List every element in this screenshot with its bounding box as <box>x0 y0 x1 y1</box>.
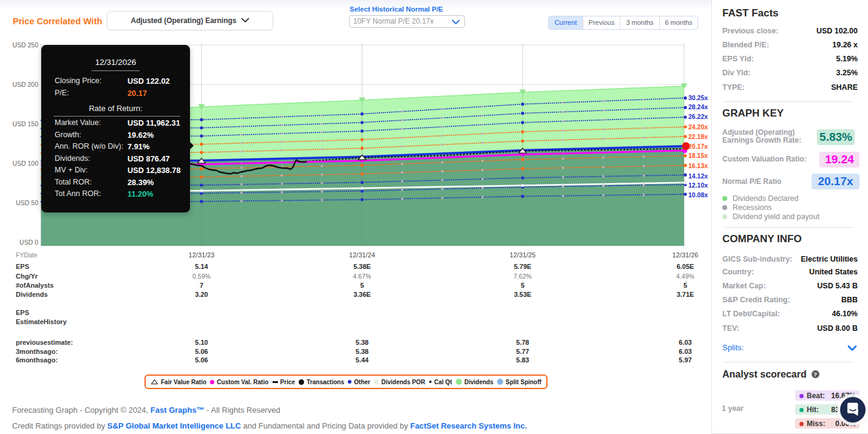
svg-text:USD 50: USD 50 <box>16 199 38 206</box>
svg-text:28.24x: 28.24x <box>688 103 708 110</box>
svg-text:USD 250: USD 250 <box>12 41 38 49</box>
svg-text:16.13x: 16.13x <box>688 162 708 169</box>
svg-text:12.10x: 12.10x <box>688 181 708 189</box>
svg-text:USD 0: USD 0 <box>19 239 38 246</box>
svg-text:USD 200: USD 200 <box>12 81 38 88</box>
svg-text:14.12x: 14.12x <box>688 172 708 180</box>
svg-text:18.15x: 18.15x <box>688 152 708 159</box>
svg-text:30.25x: 30.25x <box>688 94 708 101</box>
svg-text:10.08x: 10.08x <box>688 191 708 198</box>
svg-text:22.18x: 22.18x <box>688 133 708 140</box>
svg-text:USD 100: USD 100 <box>12 160 38 167</box>
svg-text:20.17x: 20.17x <box>688 143 708 150</box>
svg-text:USD 150: USD 150 <box>12 120 38 127</box>
svg-text:26.22x: 26.22x <box>688 113 708 120</box>
svg-text:24.20x: 24.20x <box>688 123 708 131</box>
